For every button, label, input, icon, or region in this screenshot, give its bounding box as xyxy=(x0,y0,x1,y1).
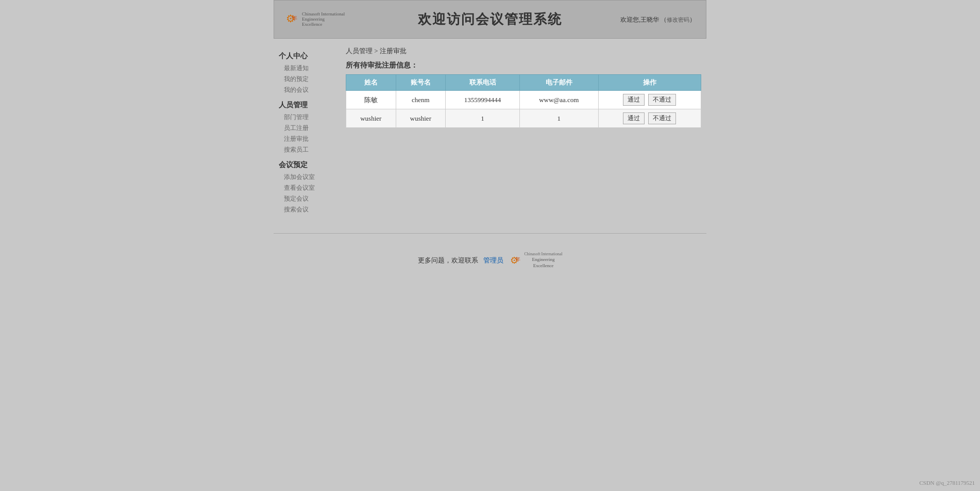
col-header-email: 电子邮件 xyxy=(519,75,598,91)
sidebar-item-my-meetings[interactable]: 我的会议 xyxy=(279,85,341,95)
logo-text: Engineering Excellence xyxy=(302,17,345,28)
cell-email-2: 1 xyxy=(519,109,598,128)
table-row: wushier wushier 1 1 通过 不通过 xyxy=(346,109,701,128)
breadcrumb-parent[interactable]: 人员管理 xyxy=(346,47,373,55)
sidebar-section-meeting: 会议预定 xyxy=(279,160,341,170)
page-subtitle: 所有待审批注册信息： xyxy=(346,61,701,70)
footer-gear-icon: ⚙ 年 xyxy=(509,253,523,268)
sidebar-item-register-approve[interactable]: 注册审批 xyxy=(279,134,341,144)
cell-action-1: 通过 不通过 xyxy=(598,91,701,109)
header-user-info: 欢迎您,王晓华 （修改密码） xyxy=(620,15,696,24)
approve-button-1[interactable]: 通过 xyxy=(623,94,645,106)
col-header-account: 账号名 xyxy=(396,75,446,91)
breadcrumb-current: 注册审批 xyxy=(380,47,407,55)
footer: 更多问题，欢迎联系 管理员 ⚙ 年 Chinasoft Internationa… xyxy=(274,244,706,280)
breadcrumb: 人员管理 > 注册审批 xyxy=(346,46,701,56)
username: 王晓华 xyxy=(640,15,659,23)
approval-table: 姓名 账号名 联系电话 电子邮件 操作 陈敏 chenm 13559994444… xyxy=(346,74,701,128)
breadcrumb-separator: > xyxy=(374,47,380,55)
footer-logo-text: Chinasoft International Engineering Exce… xyxy=(525,252,563,269)
change-password-link[interactable]: 修改密码 xyxy=(667,16,689,22)
cell-account-1: chenm xyxy=(396,91,446,109)
cell-phone-1: 13559994444 xyxy=(446,91,520,109)
sidebar-item-add-room[interactable]: 添加会议室 xyxy=(279,172,341,183)
sidebar-item-dept-manage[interactable]: 部门管理 xyxy=(279,112,341,123)
footer-divider xyxy=(274,233,706,234)
sidebar-item-view-rooms[interactable]: 查看会议室 xyxy=(279,183,341,193)
sidebar-item-notifications[interactable]: 最新通知 xyxy=(279,63,341,74)
footer-logo: ⚙ 年 Chinasoft International Engineering … xyxy=(509,252,563,269)
svg-text:年: 年 xyxy=(292,15,297,21)
col-header-name: 姓名 xyxy=(346,75,396,91)
header: ⚙ 年 Chinasoft International Engineering … xyxy=(274,0,706,39)
cell-email-1: www@aa.com xyxy=(519,91,598,109)
sidebar-item-my-bookings[interactable]: 我的预定 xyxy=(279,74,341,85)
approve-button-2[interactable]: 通过 xyxy=(623,112,645,124)
header-logo: ⚙ 年 Chinasoft International Engineering … xyxy=(284,11,345,28)
sidebar-item-search-staff[interactable]: 搜索员工 xyxy=(279,144,341,155)
sidebar-item-search-meeting[interactable]: 搜索会议 xyxy=(279,204,341,215)
sidebar: 个人中心 最新通知 我的预定 我的会议 人员管理 部门管理 员工注册 注册审批 … xyxy=(274,46,341,215)
reject-button-2[interactable]: 不通过 xyxy=(648,112,676,124)
page-main-title: 欢迎访问会议管理系统 xyxy=(418,10,562,28)
watermark: CSDN @q_2781179521 xyxy=(919,480,975,486)
sidebar-section-personal: 个人中心 xyxy=(279,52,341,61)
svg-text:年: 年 xyxy=(515,256,520,262)
cell-phone-2: 1 xyxy=(446,109,520,128)
reject-button-1[interactable]: 不通过 xyxy=(648,94,676,106)
footer-text: 更多问题，欢迎联系 xyxy=(418,256,478,265)
gear-icon: ⚙ 年 xyxy=(284,12,300,27)
col-header-action: 操作 xyxy=(598,75,701,91)
main-content: 人员管理 > 注册审批 所有待审批注册信息： 姓名 账号名 联系电话 电子邮件 … xyxy=(341,46,706,215)
table-header-row: 姓名 账号名 联系电话 电子邮件 操作 xyxy=(346,75,701,91)
cell-account-2: wushier xyxy=(396,109,446,128)
table-row: 陈敏 chenm 13559994444 www@aa.com 通过 不通过 xyxy=(346,91,701,109)
footer-admin-link[interactable]: 管理员 xyxy=(483,256,503,265)
content-area: 个人中心 最新通知 我的预定 我的会议 人员管理 部门管理 员工注册 注册审批 … xyxy=(274,39,706,223)
cell-name-1: 陈敏 xyxy=(346,91,396,109)
logo-brand: Chinasoft International xyxy=(302,11,345,17)
col-header-phone: 联系电话 xyxy=(446,75,520,91)
sidebar-item-staff-register[interactable]: 员工注册 xyxy=(279,123,341,134)
sidebar-section-personnel: 人员管理 xyxy=(279,101,341,110)
cell-name-2: wushier xyxy=(346,109,396,128)
cell-action-2: 通过 不通过 xyxy=(598,109,701,128)
sidebar-item-book-meeting[interactable]: 预定会议 xyxy=(279,193,341,204)
